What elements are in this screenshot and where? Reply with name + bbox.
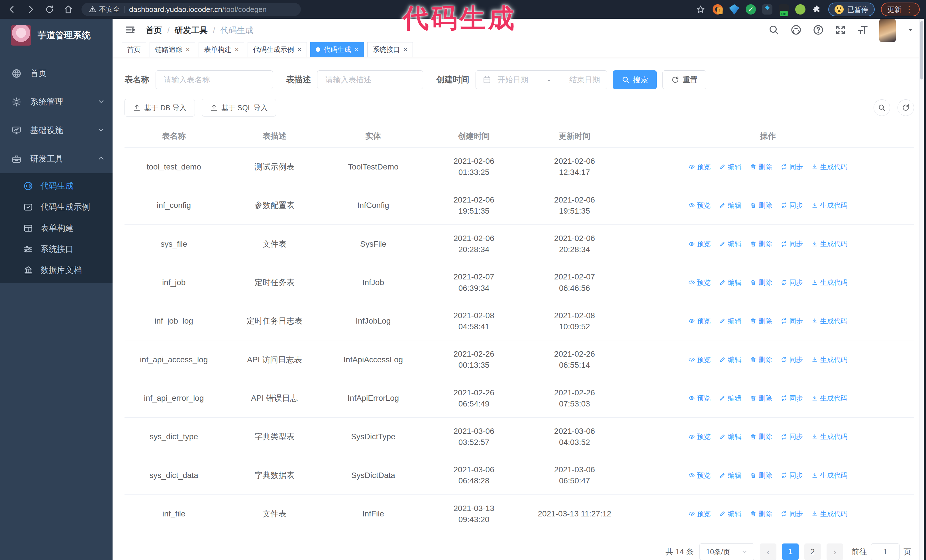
- hamburger-icon[interactable]: [124, 24, 136, 37]
- scrollbar-track[interactable]: [919, 19, 924, 560]
- delete-link[interactable]: 删除: [750, 278, 772, 287]
- help-icon[interactable]: [813, 24, 824, 37]
- tab-system-api[interactable]: 系统接口×: [367, 42, 413, 57]
- edit-link[interactable]: 编辑: [719, 393, 741, 403]
- preview-link[interactable]: 预览: [688, 432, 711, 442]
- caret-down-icon[interactable]: [906, 26, 914, 35]
- next-page-button[interactable]: ›: [826, 543, 843, 560]
- font-size-icon[interactable]: [857, 24, 869, 37]
- browser-menu-icon[interactable]: ⋮: [905, 7, 914, 12]
- sidebar-item-db-doc[interactable]: 数据库文档: [0, 260, 112, 281]
- reload-icon[interactable]: [44, 4, 55, 15]
- github-icon[interactable]: [790, 24, 802, 37]
- sidebar-item-home[interactable]: 首页: [0, 59, 112, 88]
- sync-link[interactable]: 同步: [781, 393, 803, 403]
- page-button-1[interactable]: 1: [782, 543, 799, 560]
- preview-link[interactable]: 预览: [688, 239, 711, 249]
- tab-form-builder[interactable]: 表单构建×: [198, 42, 244, 57]
- sidebar-item-devtools[interactable]: 研发工具: [0, 145, 112, 173]
- edit-link[interactable]: 编辑: [719, 432, 741, 442]
- back-icon[interactable]: [6, 4, 18, 15]
- toggle-search-button[interactable]: [873, 100, 890, 116]
- scrollbar-thumb[interactable]: [920, 21, 923, 80]
- breadcrumb-group[interactable]: 研发工具: [175, 25, 208, 36]
- edit-link[interactable]: 编辑: [719, 316, 741, 326]
- close-icon[interactable]: ×: [354, 45, 359, 54]
- generate-code-link[interactable]: 生成代码: [811, 432, 847, 442]
- fullscreen-icon[interactable]: [835, 24, 846, 37]
- delete-link[interactable]: 删除: [750, 393, 772, 403]
- preview-link[interactable]: 预览: [688, 509, 711, 519]
- close-icon[interactable]: ×: [404, 45, 407, 54]
- goto-page-input[interactable]: [871, 543, 899, 560]
- edit-link[interactable]: 编辑: [719, 471, 741, 480]
- page-size-select[interactable]: 10条/页: [699, 543, 754, 560]
- edit-link[interactable]: 编辑: [719, 162, 741, 172]
- extension-icon[interactable]: on: [779, 4, 789, 15]
- forward-icon[interactable]: [25, 4, 36, 15]
- tab-tracing[interactable]: 链路追踪×: [150, 42, 195, 57]
- delete-link[interactable]: 删除: [750, 432, 772, 442]
- chrome-update-button[interactable]: 更新 ⋮: [881, 3, 920, 16]
- logo-row[interactable]: 芋道管理系统: [0, 19, 112, 52]
- generate-code-link[interactable]: 生成代码: [811, 509, 847, 519]
- address-bar[interactable]: 不安全 dashboard.yudao.iocoder.cn/tool/code…: [82, 3, 301, 16]
- preview-link[interactable]: 预览: [688, 316, 711, 326]
- preview-link[interactable]: 预览: [688, 355, 711, 365]
- extension-icon[interactable]: [762, 4, 772, 15]
- sidebar-item-form-builder[interactable]: 表单构建: [0, 217, 112, 239]
- edit-link[interactable]: 编辑: [719, 509, 741, 519]
- sidebar-item-system-api[interactable]: 系统接口: [0, 239, 112, 260]
- bookmark-star-icon[interactable]: [695, 4, 706, 15]
- tab-home[interactable]: 首页: [122, 42, 146, 57]
- breadcrumb-home[interactable]: 首页: [145, 25, 162, 36]
- generate-code-link[interactable]: 生成代码: [811, 201, 847, 210]
- delete-link[interactable]: 删除: [750, 239, 772, 249]
- avatar[interactable]: [879, 19, 896, 42]
- generate-code-link[interactable]: 生成代码: [811, 471, 847, 480]
- not-secure-warning[interactable]: 不安全: [89, 5, 120, 14]
- generate-code-link[interactable]: 生成代码: [811, 239, 847, 249]
- close-icon[interactable]: ×: [186, 45, 190, 54]
- sync-link[interactable]: 同步: [781, 239, 803, 249]
- preview-link[interactable]: 预览: [688, 201, 711, 210]
- profile-paused-badge[interactable]: 已暂停: [828, 3, 875, 16]
- extension-icon[interactable]: 1: [713, 4, 723, 15]
- import-sql-button[interactable]: 基于 SQL 导入: [202, 99, 276, 116]
- page-button-2[interactable]: 2: [804, 543, 821, 560]
- search-button[interactable]: 搜索: [613, 70, 657, 89]
- tab-codegen-example[interactable]: 代码生成示例×: [248, 42, 307, 57]
- generate-code-link[interactable]: 生成代码: [811, 316, 847, 326]
- preview-link[interactable]: 预览: [688, 278, 711, 287]
- edit-link[interactable]: 编辑: [719, 278, 741, 287]
- edit-link[interactable]: 编辑: [719, 201, 741, 210]
- tab-codegen[interactable]: 代码生成×: [310, 42, 364, 57]
- delete-link[interactable]: 删除: [750, 316, 772, 326]
- generate-code-link[interactable]: 生成代码: [811, 355, 847, 365]
- reset-button[interactable]: 重置: [663, 70, 706, 89]
- table-name-input[interactable]: [156, 70, 273, 89]
- sidebar-item-codegen-example[interactable]: 代码生成示例: [0, 196, 112, 217]
- preview-link[interactable]: 预览: [688, 162, 711, 172]
- extension-icon[interactable]: [795, 4, 805, 15]
- preview-link[interactable]: 预览: [688, 393, 711, 403]
- delete-link[interactable]: 删除: [750, 471, 772, 480]
- extension-icon[interactable]: ✓: [746, 4, 756, 15]
- sidebar-item-infra[interactable]: 基础设施: [0, 116, 112, 145]
- sync-link[interactable]: 同步: [781, 432, 803, 442]
- close-icon[interactable]: ×: [235, 45, 239, 54]
- extensions-puzzle-icon[interactable]: [812, 4, 822, 15]
- sync-link[interactable]: 同步: [781, 471, 803, 480]
- delete-link[interactable]: 删除: [750, 509, 772, 519]
- date-range-picker[interactable]: 开始日期 - 结束日期: [475, 70, 607, 89]
- generate-code-link[interactable]: 生成代码: [811, 162, 847, 172]
- sync-link[interactable]: 同步: [781, 509, 803, 519]
- edit-link[interactable]: 编辑: [719, 355, 741, 365]
- preview-link[interactable]: 预览: [688, 471, 711, 480]
- sync-link[interactable]: 同步: [781, 162, 803, 172]
- sync-link[interactable]: 同步: [781, 316, 803, 326]
- close-icon[interactable]: ×: [298, 45, 301, 54]
- search-icon[interactable]: [768, 24, 779, 37]
- sync-link[interactable]: 同步: [781, 278, 803, 287]
- home-icon[interactable]: [63, 4, 74, 15]
